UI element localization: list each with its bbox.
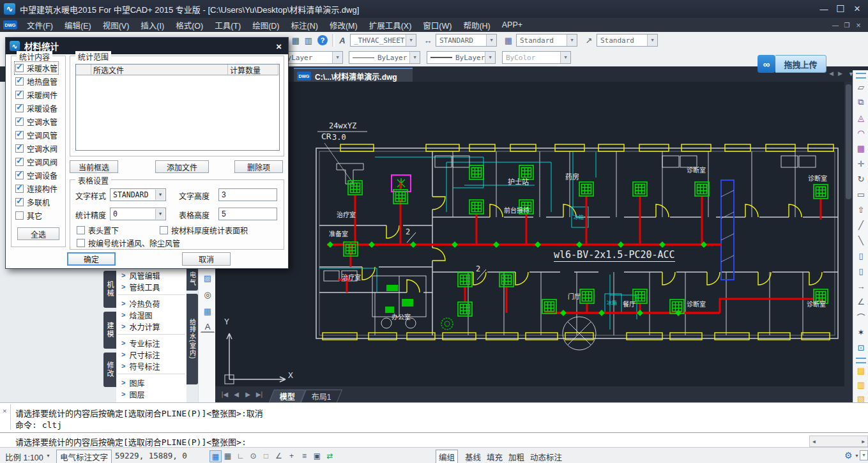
menu-express-tools[interactable]: 扩展工具(X) — [363, 19, 418, 31]
checkbox-icon[interactable] — [15, 158, 24, 166]
linetype-combo[interactable]: ByLayer ▼ — [349, 51, 420, 64]
menu-format[interactable]: 格式(O) — [170, 19, 209, 31]
cancel-button[interactable]: 取消 — [182, 252, 231, 266]
doc-minimize-icon[interactable]: — — [830, 20, 841, 29]
palette-tab-modeling[interactable]: 建模 — [103, 312, 116, 349]
file-list[interactable]: 所选文件 计算数量 — [75, 64, 280, 151]
explode-icon[interactable]: ✶ — [855, 326, 867, 338]
palette-item-symbol-annotation[interactable]: >符号标注 — [116, 360, 187, 372]
table-insert-icon[interactable]: ▦ — [201, 304, 215, 318]
donut-icon[interactable]: ◎ — [201, 287, 215, 301]
scrollbar-thumb[interactable] — [846, 84, 851, 199]
palette-item-duct-edit[interactable]: >风管编辑 — [116, 269, 187, 281]
file-tab-active[interactable]: DWG C:\...\材料清单演示.dwg — [294, 68, 413, 83]
chevron-down-icon[interactable]: ▼ — [155, 209, 165, 219]
checkbox-icon[interactable] — [15, 171, 24, 179]
fillet-icon[interactable]: ⌒ — [855, 310, 867, 323]
polar-icon[interactable]: ⊙ — [248, 450, 259, 461]
tab-layout1[interactable]: 布局1 — [301, 390, 342, 402]
osnap-icon[interactable]: □ — [261, 450, 271, 461]
lineweight-combo[interactable]: ByLayer ▼ — [427, 51, 496, 64]
checkbox-heating-valve[interactable]: 采暖阀件 — [15, 89, 57, 100]
chevron-down-icon[interactable]: ▼ — [485, 52, 495, 63]
checkbox-other[interactable]: 其它 — [15, 210, 42, 221]
palette-tab-plumbing-indoor[interactable]: 给排水(室内) — [187, 294, 198, 384]
stretch-icon[interactable]: ⇧ — [855, 203, 867, 216]
checkbox-icon[interactable] — [15, 198, 24, 206]
menu-help[interactable]: 帮助(H) — [457, 19, 496, 31]
checkbox-vrf[interactable]: 多联机 — [15, 197, 50, 208]
checkbox-icon[interactable] — [77, 239, 85, 247]
array-icon[interactable]: ▦ — [855, 142, 867, 155]
sheet-icon[interactable]: ▥ — [302, 34, 315, 47]
checkbox-ac-equipment[interactable]: 空调设备 — [15, 170, 57, 181]
current-selection-button[interactable]: 当前框选 — [70, 160, 118, 173]
table-style-icon[interactable]: ▦ — [502, 34, 515, 47]
checkbox-icon[interactable] — [77, 226, 85, 234]
checkbox-icon[interactable] — [15, 185, 24, 193]
checkbox-by-number[interactable]: 按编号统计通风、除尘风管 — [77, 238, 180, 248]
dim-style-icon[interactable]: ↔ — [422, 34, 434, 47]
doc-close-icon[interactable]: × — [853, 20, 864, 29]
checkbox-icon[interactable] — [15, 77, 24, 86]
help-icon[interactable]: ? — [317, 35, 328, 45]
precision-combo[interactable]: 0 ▼ — [110, 208, 166, 220]
menu-dimension[interactable]: 标注(N) — [286, 19, 324, 31]
add-file-button[interactable]: 添加文件 — [155, 160, 209, 173]
group-toggle[interactable]: 编组 — [436, 450, 458, 463]
move-icon[interactable]: ✛ — [855, 157, 867, 170]
drawing-canvas[interactable]: CR 24wxYZ 3.0 治疗室 准备室 治疗室 办公室 护士站 前台接待 药… — [215, 82, 844, 386]
palette-tab-mechanical[interactable]: 机械 — [103, 271, 116, 308]
checkbox-connectors[interactable]: 连接构件 — [15, 183, 57, 194]
dynamic-dim-toggle[interactable]: 动态标注 — [530, 451, 562, 463]
drag-upload-button[interactable]: ∞ 拖拽上传 — [758, 55, 826, 73]
offset-icon[interactable]: ◠ — [855, 126, 867, 139]
checkbox-icon[interactable] — [15, 91, 24, 99]
hatch-icon[interactable]: ▨ — [201, 271, 215, 285]
select-all-button[interactable]: 全选 — [17, 227, 59, 240]
toolbar-grip[interactable] — [856, 358, 866, 363]
checkbox-icon[interactable] — [15, 64, 24, 72]
fill-toggle[interactable]: 填充 — [487, 451, 503, 463]
checkbox-icon[interactable] — [15, 118, 24, 126]
checkbox-by-thickness[interactable]: 按材料厚度统计表面积 — [160, 225, 248, 236]
checkbox-icon[interactable] — [160, 226, 168, 234]
chevron-down-icon[interactable]: ▼ — [486, 34, 496, 46]
palette-item-psychrometric[interactable]: >焓湿图 — [116, 309, 187, 321]
mirror-icon[interactable]: ◬ — [855, 111, 867, 124]
list-header-qty[interactable]: 计算数量 — [228, 65, 278, 75]
rotate-icon[interactable]: ↻ — [855, 172, 867, 185]
copy-icon[interactable]: ⧉ — [855, 96, 867, 109]
draworder-above-icon[interactable]: ▤ — [855, 364, 867, 377]
chevron-down-icon[interactable]: ▼ — [855, 453, 859, 458]
tab-scroll-left-icon[interactable]: ◀ — [829, 70, 834, 77]
chevron-down-icon[interactable]: ▼ — [155, 190, 165, 200]
mleader-style-combo[interactable]: Standard ▼ — [597, 34, 658, 47]
checkbox-ac-air-valve[interactable]: 空调风阀 — [15, 156, 57, 167]
close-icon[interactable]: × — [849, 3, 865, 15]
bold-toggle[interactable]: 加粗 — [508, 451, 524, 463]
menu-draw[interactable]: 绘图(D) — [247, 19, 285, 31]
text-style-icon[interactable]: A — [336, 34, 349, 47]
palette-item-hydraulic-calc[interactable]: >水力计算 — [116, 321, 187, 332]
scale-icon[interactable]: ▭ — [855, 188, 867, 201]
join-icon[interactable]: → — [855, 280, 867, 292]
dyn-input-icon[interactable]: + — [286, 450, 297, 461]
baseline-toggle[interactable]: 基线 — [465, 451, 481, 463]
chevron-down-icon[interactable]: ▼ — [406, 34, 416, 46]
tab-model[interactable]: 模型 — [269, 390, 306, 402]
text-style-combo[interactable]: _THVAC_SHEET ▼ — [350, 34, 416, 47]
annotation-scale-icon[interactable]: ⇄ — [324, 450, 335, 461]
gear-icon[interactable]: ⚙ — [844, 450, 853, 460]
checkbox-icon[interactable] — [15, 104, 24, 112]
checkbox-heating-pipe[interactable]: 采暖水管 — [15, 63, 57, 73]
checkbox-ac-water-valve[interactable]: 空调水阀 — [15, 143, 57, 154]
minimize-icon[interactable]: — — [816, 3, 832, 15]
checkbox-ac-water-pipe[interactable]: 空调水管 — [15, 116, 57, 127]
checkbox-header-bottom[interactable]: 表头置下 — [77, 225, 119, 236]
break-at-point-icon[interactable]: ▯ — [855, 264, 867, 277]
checkbox-heating-equipment[interactable]: 采暖设备 — [15, 103, 57, 114]
toolbar-grip[interactable] — [856, 73, 866, 79]
palette-tab-modify[interactable]: 修改 — [103, 353, 116, 387]
command-prompt[interactable]: 请选择要统计的内容后按确定[选取闭合PLINE(P)]<整张图>: — [15, 436, 247, 448]
